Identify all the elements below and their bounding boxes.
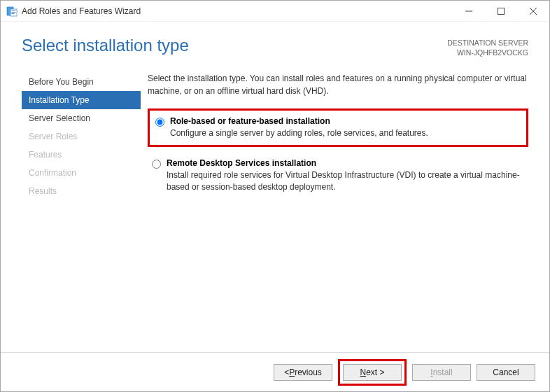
svg-rect-1 [10, 9, 17, 16]
radio-remote-desktop[interactable] [152, 160, 161, 169]
option-role-based-text: Role-based or feature-based installation… [170, 116, 521, 139]
wizard-nav: Before You Begin Installation Type Serve… [22, 73, 141, 330]
option-remote-desktop-desc: Install required role services for Virtu… [167, 169, 524, 193]
minimize-button[interactable] [453, 1, 485, 21]
option-role-based[interactable]: Role-based or feature-based installation… [151, 112, 525, 144]
cancel-button[interactable]: Cancel [477, 364, 535, 381]
svg-rect-2 [12, 10, 16, 11]
window-title: Add Roles and Features Wizard [22, 6, 453, 16]
nav-results: Results [22, 182, 141, 200]
close-button[interactable] [517, 1, 549, 21]
next-button[interactable]: Next > [343, 364, 402, 381]
option-role-based-desc: Configure a single server by adding role… [170, 127, 521, 139]
intro-text: Select the installation type. You can in… [148, 73, 528, 97]
svg-rect-6 [498, 8, 505, 14]
header: Select installation type DESTINATION SER… [1, 22, 549, 64]
nav-server-selection[interactable]: Server Selection [22, 109, 141, 127]
close-icon [530, 8, 537, 15]
destination-server-block: DESTINATION SERVER WIN-JQHFB2VOCKG [447, 36, 528, 57]
maximize-icon [498, 8, 505, 15]
maximize-button[interactable] [485, 1, 517, 21]
titlebar: Add Roles and Features Wizard [1, 1, 549, 22]
app-icon [6, 6, 17, 17]
highlight-role-based: Role-based or feature-based installation… [148, 108, 528, 147]
svg-rect-3 [12, 12, 16, 13]
nav-server-roles: Server Roles [22, 127, 141, 146]
destination-label: DESTINATION SERVER [447, 38, 528, 48]
option-role-based-title: Role-based or feature-based installation [170, 116, 521, 126]
window-buttons [453, 1, 549, 21]
destination-server-name: WIN-JQHFB2VOCKG [447, 48, 528, 58]
nav-features: Features [22, 146, 141, 164]
page-title: Select installation type [22, 36, 447, 55]
install-button: Install [412, 364, 471, 381]
option-remote-desktop-text: Remote Desktop Services installation Ins… [167, 158, 524, 193]
svg-rect-4 [12, 13, 15, 14]
wizard-content: Select the installation type. You can in… [141, 73, 528, 330]
nav-before-you-begin[interactable]: Before You Begin [22, 73, 141, 91]
option-remote-desktop-title: Remote Desktop Services installation [167, 158, 524, 168]
highlight-next: Next > [338, 359, 407, 386]
wizard-body: Before You Begin Installation Type Serve… [1, 64, 549, 330]
previous-button[interactable]: < Previous [274, 364, 332, 381]
nav-confirmation: Confirmation [22, 164, 141, 182]
wizard-footer: < Previous Next > Install Cancel [1, 352, 549, 391]
nav-installation-type[interactable]: Installation Type [22, 91, 141, 109]
option-remote-desktop[interactable]: Remote Desktop Services installation Ins… [148, 154, 528, 197]
radio-role-based[interactable] [155, 118, 164, 127]
minimize-icon [465, 8, 472, 15]
